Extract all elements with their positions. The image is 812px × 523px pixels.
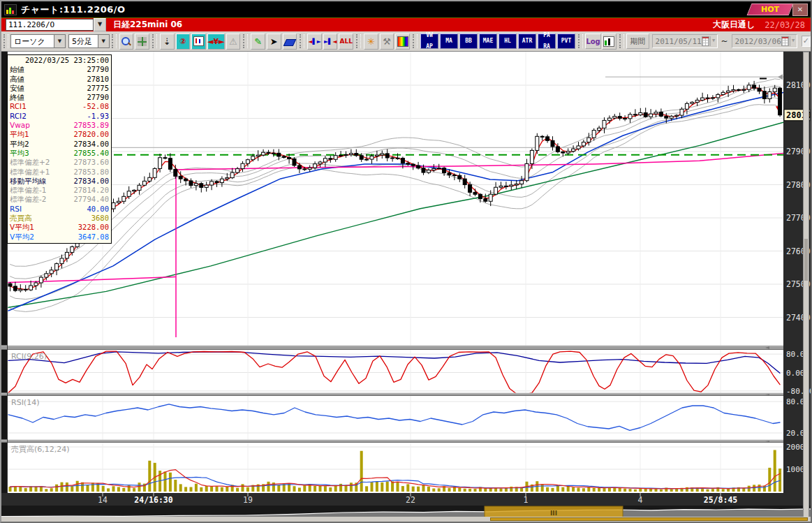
toolbar-grip[interactable] xyxy=(578,34,583,48)
period-checkbox[interactable]: ✓ xyxy=(802,36,811,47)
toolbar-grip[interactable] xyxy=(356,34,361,48)
chevron-down-icon[interactable]: ▼ xyxy=(790,36,797,46)
alert-button[interactable]: ⚠ xyxy=(226,34,241,50)
symbol-dropdown-icon[interactable]: ▼ xyxy=(94,18,106,31)
settings-button[interactable]: ⚒ xyxy=(380,34,394,50)
palette-button[interactable] xyxy=(395,34,410,50)
svg-text:14: 14 xyxy=(98,495,108,505)
crosshair-button[interactable] xyxy=(135,34,149,50)
indicator-button-hl[interactable]: HL xyxy=(499,34,517,49)
mini-chart-icon xyxy=(603,36,614,47)
toolbar-grip[interactable] xyxy=(300,34,304,48)
toolbar-grip[interactable] xyxy=(243,34,248,48)
indicator-button-ma[interactable]: MA xyxy=(440,34,458,49)
quote-timestamp: 2022/03/25 23:25:00 xyxy=(10,56,109,65)
starburst-button[interactable]: ✳ xyxy=(364,34,378,50)
indicator-button-pvt[interactable]: PVT xyxy=(557,34,575,49)
svg-text:III: III xyxy=(550,510,557,517)
period-button[interactable]: 期間 xyxy=(626,34,649,49)
draw-order-button[interactable]: ⇣ xyxy=(160,34,175,50)
app-window: RCI(9,26)RSI(14)売買高(6,12,24)281002790027… xyxy=(0,0,812,523)
svg-text:0.00: 0.00 xyxy=(786,369,805,378)
calendar-icon[interactable] xyxy=(781,36,789,46)
log-scale-button[interactable]: Log xyxy=(585,34,601,49)
indicator-button-atr[interactable]: ATR xyxy=(518,34,536,49)
date-from-field[interactable]: 2011/05/11 ▼ xyxy=(652,34,718,48)
quote-row-Vwap: Vwap27853.89 xyxy=(10,121,109,130)
quote-row-RCI2: RCI2-1.93 xyxy=(10,112,109,121)
quote-row-安値: 安値27775 xyxy=(10,84,109,93)
yen-button[interactable]: ◄¥► xyxy=(207,34,225,50)
toolbar-grip[interactable] xyxy=(3,34,8,48)
candle-board-button[interactable] xyxy=(191,34,206,50)
indicator-button-group: VWAPMABBMAEHLATRPARAPVT xyxy=(420,34,576,49)
mini-chart-button[interactable] xyxy=(602,34,617,50)
horizontal-scrollbar-thumb[interactable] xyxy=(490,517,808,521)
svg-text:4: 4 xyxy=(638,495,643,505)
date-range-tilde: ~ xyxy=(721,36,728,46)
date-to-field[interactable]: 2012/03/06 ▼ xyxy=(732,34,797,48)
session-date: 22/03/28 xyxy=(765,20,805,30)
chart-type-combobox[interactable]: ローソク▼ xyxy=(10,34,66,48)
symbol-bar: 111.2206/O ▼ 日経225mini 06 大阪日通し 22/03/28 xyxy=(1,18,811,31)
chevron-down-icon[interactable]: ▼ xyxy=(710,36,717,46)
toolbar-grip[interactable] xyxy=(112,34,117,48)
bar-expand-button[interactable]: ◄▌► xyxy=(307,34,322,50)
quote-row-平均3: 平均327855.40 xyxy=(10,149,109,158)
search-icon xyxy=(121,37,131,46)
quote-row-高値: 高値27810 xyxy=(10,75,109,84)
session-label: 大阪日通し xyxy=(713,19,755,31)
close-button[interactable]: ✕ xyxy=(792,3,808,16)
crosshair-icon xyxy=(138,37,147,46)
hot-badge[interactable]: HOT xyxy=(747,3,794,15)
quote-row-売買高: 売買高3680 xyxy=(10,214,109,223)
timeframe-combobox[interactable]: 5分足▼ xyxy=(68,34,110,48)
eraser-button[interactable] xyxy=(283,34,297,50)
time-axis: 1424/16:3019221425/8:45 xyxy=(1,493,812,506)
quote-row-標準偏差-1: 標準偏差-127814.20 xyxy=(10,186,109,195)
toolbar: ローソク▼ 5分足▼ ⇣ ② ◄¥► ⚠ ✎ ➤ ◄▌► ►▌◄ ALL ✳ ⚒… xyxy=(1,31,811,52)
title-bar[interactable]: チャート:111.2206/O HOT ✕ xyxy=(1,1,811,18)
eraser-icon xyxy=(283,39,297,46)
symbol-input[interactable]: 111.2206/O xyxy=(6,19,94,31)
toolbar-grip[interactable] xyxy=(152,34,157,48)
cursor-button[interactable]: ➤ xyxy=(267,34,281,50)
zoom-order-button[interactable]: ② xyxy=(176,34,191,50)
chevron-down-icon: ▼ xyxy=(54,35,65,47)
candle-chart-icon xyxy=(193,36,204,46)
quote-row-標準偏差+1: 標準偏差+127853.80 xyxy=(10,168,109,177)
window-title: チャート:111.2206/O xyxy=(21,3,126,16)
quote-row-V平均1: V平均13228.00 xyxy=(10,223,109,232)
quote-row-標準偏差+2: 標準偏差+227873.60 xyxy=(10,158,109,167)
indicator-button-bb[interactable]: BB xyxy=(459,34,478,49)
indicator-button-vwap[interactable]: VWAP xyxy=(420,34,438,49)
svg-text:RSI(14): RSI(14) xyxy=(11,398,39,407)
app-icon xyxy=(4,4,17,15)
rainbow-icon xyxy=(397,36,408,47)
svg-text:22: 22 xyxy=(406,495,415,505)
quote-row-標準偏差-2: 標準偏差-227794.40 xyxy=(10,195,109,204)
calendar-icon[interactable] xyxy=(702,36,709,46)
indicator-button-mae[interactable]: MAE xyxy=(479,34,497,49)
vertical-scrollbar[interactable] xyxy=(803,52,809,520)
bar-compress-button[interactable]: ►▌◄ xyxy=(323,34,338,50)
instrument-name: 日経225mini 06 xyxy=(113,19,182,31)
toolbar-grip[interactable] xyxy=(619,34,624,48)
pencil-button[interactable]: ✎ xyxy=(251,34,265,50)
quote-row-V平均2: V平均23647.08 xyxy=(10,233,109,242)
quote-row-RCI1: RCI1-52.08 xyxy=(10,102,109,111)
indicator-button-para[interactable]: PARA xyxy=(538,34,556,49)
toolbar-grip[interactable] xyxy=(413,34,418,48)
svg-text:19: 19 xyxy=(243,495,253,505)
svg-text:24/16:30: 24/16:30 xyxy=(134,495,172,505)
svg-text:売買高(6,12,24): 売買高(6,12,24) xyxy=(11,445,70,454)
quote-info-panel: 2022/03/25 23:25:00 始値27790高値27810安値2777… xyxy=(7,54,112,244)
svg-text:1: 1 xyxy=(524,495,529,505)
zoom-button[interactable] xyxy=(119,34,134,50)
quote-row-終値: 終値27790 xyxy=(10,93,109,102)
vertical-scrollbar-thumb[interactable] xyxy=(804,239,808,281)
horizontal-scrollbar[interactable] xyxy=(1,517,811,522)
all-bars-button[interactable]: ALL xyxy=(339,34,353,50)
chart-canvas[interactable]: RCI(9,26)RSI(14)売買高(6,12,24)281002790027… xyxy=(1,1,812,523)
svg-text:25/8:45: 25/8:45 xyxy=(704,495,738,505)
